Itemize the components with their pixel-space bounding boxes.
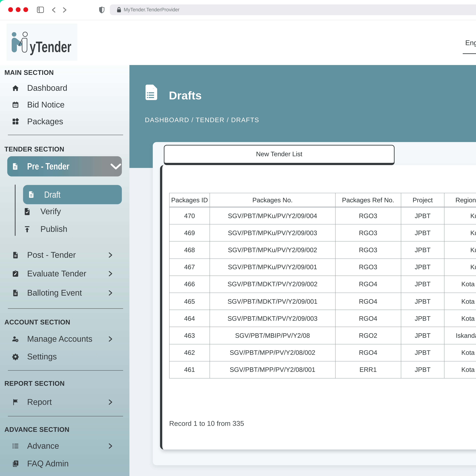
svg-text:yTender: yTender bbox=[30, 38, 71, 55]
